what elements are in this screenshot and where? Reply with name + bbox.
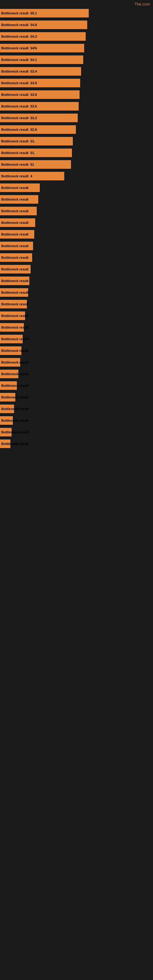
bar-label: Bottleneck result [0,70,30,73]
bar-row: Bottleneck result54.3 [0,31,153,42]
bar: Bottleneck result53.5 [0,102,79,111]
bar-label: Bottleneck result [0,267,30,271]
bar-value: 54.3 [30,35,37,38]
bar: Bottleneck result [0,230,34,239]
bar-row: Bottleneck result [0,240,153,251]
bars-container: Bottleneck result55.1Bottleneck result54… [0,8,153,456]
bar-label: Bottleneck result [0,105,30,108]
bar-label: Bottleneck result [0,81,30,85]
bar-label: Bottleneck result [0,23,30,27]
bar-row: Bottleneck result51. [0,147,153,158]
bar-row: Bottleneck result [0,380,153,391]
bar-label: Bottleneck result [0,139,30,143]
bar: Bottleneck result [0,346,21,355]
bar: Bottleneck result [0,265,30,274]
bar-row: Bottleneck result [0,426,153,438]
bar-label: Bottleneck result [0,209,30,213]
bar-label: Bottleneck result [0,221,30,224]
bar-row: Bottleneck result [0,322,153,333]
bar-value: 54.1 [30,58,37,62]
bar-label: Bottleneck result [0,337,30,341]
bar-label: Bottleneck result [0,291,30,294]
bar-value: 52.6 [30,128,37,131]
bar: Bottleneck result52.6 [0,125,76,134]
bar-label: Bottleneck result [0,395,30,399]
bar-row: Bottleneck result4 [0,170,153,181]
bar-value: 54.8 [30,23,37,27]
bar-label: Bottleneck result [0,46,30,50]
bar-value: 53.5 [30,105,37,108]
bar-label: Bottleneck result [0,418,30,422]
bar-row: Bottleneck result53.9 [0,89,153,100]
bar-row: Bottleneck result53.5 [0,101,153,112]
header-suffix: .com [141,2,150,6]
bar-label: Bottleneck result [0,314,30,318]
bar-label: Bottleneck result [0,58,30,62]
bar: Bottleneck result [0,370,18,378]
bar-label: Bottleneck result [0,302,30,306]
bar-row: Bottleneck result [0,345,153,356]
bar: Bottleneck result [0,416,13,425]
bar: Bottleneck result [0,358,20,367]
bar-label: Bottleneck result [0,372,30,376]
bar-row: Bottleneck result [0,205,153,216]
bar-label: Bottleneck result [0,326,30,329]
bar: Bottleneck result [0,428,12,436]
bar-row: Bottleneck result54% [0,43,153,54]
bar: Bottleneck result53.4 [0,67,81,76]
bar-label: Bottleneck result [0,35,30,38]
bar-label: Bottleneck result [0,360,30,364]
header-prefix: The [134,2,141,6]
bar-row: Bottleneck result51. [0,136,153,147]
bar-row: Bottleneck result51 [0,159,153,170]
bar-row: Bottleneck result [0,392,153,403]
bar-row: Bottleneck result53.4 [0,66,153,77]
bar: Bottleneck result54.8 [0,21,87,29]
bar: Bottleneck result [0,288,28,297]
bar-label: Bottleneck result [0,128,30,131]
bar: Bottleneck result [0,381,17,390]
bar: Bottleneck result [0,312,25,320]
bar: Bottleneck result54.1 [0,56,83,64]
bar-label: Bottleneck result [0,407,30,411]
bar: Bottleneck result53.9 [0,90,80,99]
bar-label: Bottleneck result [0,349,30,353]
bar-value: 53.9 [30,93,37,97]
bar-row: Bottleneck result53.2 [0,112,153,123]
bar: Bottleneck result [0,242,33,250]
bar-label: Bottleneck result [0,244,30,248]
bar: Bottleneck result [0,404,14,413]
bar-label: Bottleneck result [0,256,30,259]
bar-row: Bottleneck result [0,182,153,193]
bar-row: Bottleneck result [0,287,153,298]
bar-row: Bottleneck result [0,310,153,321]
bar-label: Bottleneck result [0,186,30,189]
bar: Bottleneck result54% [0,44,84,52]
bar: Bottleneck result53.9 [0,79,80,87]
bar-value: 51. [30,139,35,143]
bar-label: Bottleneck result [0,11,30,15]
bar-label: Bottleneck result [0,116,30,120]
bar-label: Bottleneck result [0,442,30,445]
bar-row: Bottleneck result [0,357,153,368]
bar-row: Bottleneck result [0,229,153,240]
bar-value: 53.9 [30,81,37,85]
bar: Bottleneck result [0,335,22,343]
bar-label: Bottleneck result [0,93,30,97]
bar: Bottleneck result55.1 [0,9,89,18]
bar-row: Bottleneck result [0,299,153,310]
bar-label: Bottleneck result [0,162,30,166]
bar-row: Bottleneck result [0,217,153,228]
bar-label: Bottleneck result [0,279,30,283]
bar-label: Bottleneck result [0,197,30,201]
site-header: The.com [0,0,153,8]
bar: Bottleneck result54.3 [0,32,86,41]
bar-row: Bottleneck result [0,252,153,263]
bar: Bottleneck result [0,207,37,215]
bar: Bottleneck result [0,253,32,262]
bar-row: Bottleneck result52.6 [0,124,153,135]
bar: Bottleneck result [0,218,35,227]
bar-label: Bottleneck result [0,151,30,155]
bar: Bottleneck result [0,393,15,401]
bar-row: Bottleneck result54.8 [0,19,153,30]
